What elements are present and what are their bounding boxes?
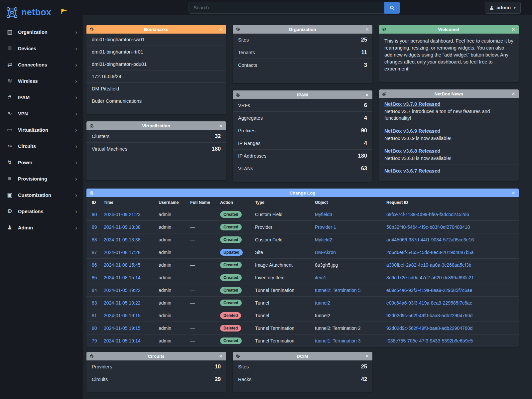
changelog-time-link[interactable]: 2024-01-08 17:28: [104, 250, 141, 255]
news-link[interactable]: NetBox v3.6.7 Released: [384, 168, 440, 174]
bookmark-item[interactable]: dmi01-binghamton-rtr01: [86, 46, 226, 58]
stat-row[interactable]: Sites 25: [233, 360, 372, 373]
changelog-request-id-link[interactable]: 50b32f40-5464-4f9c-b83f-0ef270489410: [386, 224, 470, 230]
sidebar-item-customization[interactable]: ▣ Customization ›: [0, 187, 83, 203]
changelog-object-link[interactable]: tunnel2: [315, 300, 330, 306]
changelog-time-link[interactable]: 2024-01-08 15:14: [104, 275, 141, 280]
close-icon[interactable]: ×: [218, 353, 223, 359]
close-icon[interactable]: ×: [511, 27, 516, 32]
changelog-time-link[interactable]: 2024-01-05 19:14: [104, 338, 141, 343]
changelog-id-link[interactable]: 84: [92, 288, 97, 293]
stat-row[interactable]: Tenants 11: [233, 46, 372, 59]
sidebar-item-operations[interactable]: ⚙ Operations ›: [0, 203, 83, 219]
sidebar-item-circuits[interactable]: ∾ Circuits ›: [0, 138, 83, 154]
changelog-object-link[interactable]: Myfield2: [315, 237, 332, 242]
widget-config-icon[interactable]: [89, 27, 94, 32]
widget-config-icon[interactable]: [89, 191, 94, 195]
close-icon[interactable]: ×: [365, 92, 369, 98]
changelog-request-id-link[interactable]: 92d02d9c-562f-49f0-baa8-adb22904760d: [386, 326, 472, 331]
changelog-id-link[interactable]: 81: [92, 313, 97, 318]
widget-config-icon[interactable]: [89, 124, 94, 128]
changelog-time-link[interactable]: 2024-01-05 19:15: [104, 326, 141, 331]
sidebar-item-ipam[interactable]: # IPAM ›: [0, 89, 83, 105]
stat-row[interactable]: Contacts 3: [233, 59, 372, 71]
changelog-id-link[interactable]: 79: [92, 338, 97, 343]
close-icon[interactable]: ×: [511, 190, 516, 196]
search-button[interactable]: [384, 2, 400, 14]
stat-row[interactable]: Racks 42: [233, 373, 372, 385]
widget-config-icon[interactable]: [89, 354, 94, 358]
stat-row[interactable]: Prefixes 90: [233, 124, 372, 137]
changelog-id-link[interactable]: 89: [92, 224, 97, 230]
search-input[interactable]: [189, 2, 384, 14]
changelog-object-link[interactable]: Myfield3: [315, 212, 332, 217]
stat-row[interactable]: Sites 25: [233, 34, 372, 46]
changelog-object-link[interactable]: item1: [315, 275, 326, 280]
changelog-request-id-link[interactable]: f038e755-705e-47f3-9433-5392b9e6b9e5: [386, 338, 473, 343]
news-link[interactable]: NetBox v3.6.9 Released: [384, 128, 440, 134]
news-link[interactable]: NetBox v3.7.0 Released: [384, 101, 440, 107]
close-icon[interactable]: ×: [511, 91, 516, 97]
changelog-time-link[interactable]: 2024-01-05 19:15: [104, 313, 141, 318]
sidebar-item-admin[interactable]: ♟ Admin ›: [0, 219, 83, 236]
changelog-object-link[interactable]: Provider 1: [315, 224, 336, 230]
sidebar-item-devices[interactable]: ≣ Devices ›: [0, 40, 83, 57]
changelog-request-id-link[interactable]: 8d9cd72e-cd0c-47c2-a620-dc899a690c21: [386, 275, 474, 280]
changelog-object-link[interactable]: tunnel2: [315, 313, 330, 318]
stat-row[interactable]: IP Ranges 4: [233, 137, 372, 150]
close-icon[interactable]: ×: [365, 27, 369, 32]
sidebar-item-wireless[interactable]: ≋ Wireless ›: [0, 73, 83, 89]
widget-config-icon[interactable]: [236, 354, 240, 358]
close-icon[interactable]: ×: [218, 27, 223, 32]
changelog-id-link[interactable]: 80: [92, 326, 97, 331]
sidebar-item-power[interactable]: ↯ Power ›: [0, 154, 83, 171]
changelog-object-link[interactable]: tunnel1: Termination 3: [315, 338, 361, 343]
changelog-request-id-link[interactable]: ae445066-387d-44f1-9084-572a05ce3e16: [386, 237, 474, 242]
changelog-id-link[interactable]: 87: [92, 250, 97, 255]
widget-config-icon[interactable]: [382, 92, 386, 96]
changelog-request-id-link[interactable]: 2d6d6e8f-5465-45dc-8ec3-2019d4087b5a: [386, 250, 473, 255]
bookmark-item[interactable]: dmi01-binghamton-sw01: [86, 34, 226, 46]
changelog-request-id-link[interactable]: 69fce7cf-1139-4d99-bfea-f3dcbd2452d6: [386, 212, 469, 217]
brand[interactable]: netbox: [0, 0, 83, 24]
sidebar-item-virtualization[interactable]: ▭ Virtualization ›: [0, 122, 83, 138]
bookmark-item[interactable]: Butler Communications: [86, 95, 226, 107]
changelog-time-link[interactable]: 2024-01-08 15:45: [104, 262, 141, 268]
stat-row[interactable]: Providers 10: [86, 360, 226, 373]
changelog-id-link[interactable]: 85: [92, 275, 97, 280]
changelog-request-id-link[interactable]: e09c64a6-93f3-419a-8ea9-229585f7c6ae: [386, 300, 472, 306]
changelog-object-link[interactable]: 8a3gh5.jpg: [315, 262, 338, 268]
changelog-object-link[interactable]: DM-Akron: [315, 250, 336, 255]
widget-config-icon[interactable]: [236, 27, 240, 32]
sidebar-item-vpn[interactable]: ∿ VPN ›: [0, 105, 83, 122]
changelog-id-link[interactable]: 83: [92, 300, 97, 306]
changelog-time-link[interactable]: 2024-01-09 13:38: [104, 224, 141, 230]
bookmark-item[interactable]: dmi01-binghamton-pdu01: [86, 58, 226, 70]
widget-config-icon[interactable]: [382, 27, 386, 32]
changelog-id-link[interactable]: 90: [92, 212, 97, 217]
sidebar-item-organization[interactable]: ▤ Organization ›: [0, 24, 83, 40]
pinned-pennant-icon[interactable]: [61, 8, 68, 15]
user-menu-button[interactable]: admin ▼: [485, 2, 521, 14]
changelog-object-link[interactable]: tunnel2: Termination 5: [315, 288, 361, 293]
bookmark-item[interactable]: DM-Pittsfield: [86, 83, 226, 95]
changelog-request-id-link[interactable]: 92d02d9c-562f-49f0-baa8-adb22904760d: [386, 313, 472, 318]
sidebar-item-provisioning[interactable]: ≡ Provisioning ›: [0, 171, 83, 187]
widget-config-icon[interactable]: [236, 93, 240, 97]
changelog-time-link[interactable]: 2024-01-05 19:22: [104, 300, 141, 306]
changelog-request-id-link[interactable]: a390fbef-2a82-4e10-aa0a-3c268aa5ef3b: [386, 262, 471, 268]
stat-row[interactable]: VLANs 63: [233, 162, 372, 175]
changelog-time-link[interactable]: 2024-01-05 19:22: [104, 288, 141, 293]
changelog-object-link[interactable]: tunnel2: Termination 2: [315, 326, 361, 331]
changelog-time-link[interactable]: 2024-01-09 21:23: [104, 212, 141, 217]
changelog-request-id-link[interactable]: e09c64a6-93f3-419a-8ea9-229585f7c6ae: [386, 288, 472, 293]
stat-row[interactable]: Aggregates 4: [233, 112, 372, 124]
changelog-time-link[interactable]: 2024-01-09 13:38: [104, 237, 141, 242]
stat-row[interactable]: Circuits 29: [86, 373, 226, 385]
bookmark-item[interactable]: 172.16.0.9/24: [86, 70, 226, 83]
stat-row[interactable]: Virtual Machines 180: [86, 143, 226, 155]
news-link[interactable]: NetBox v3.6.8 Released: [384, 148, 440, 154]
sidebar-item-connections[interactable]: ⇄ Connections ›: [0, 57, 83, 73]
changelog-id-link[interactable]: 88: [92, 237, 97, 242]
stat-row[interactable]: VRFs 6: [233, 99, 372, 112]
